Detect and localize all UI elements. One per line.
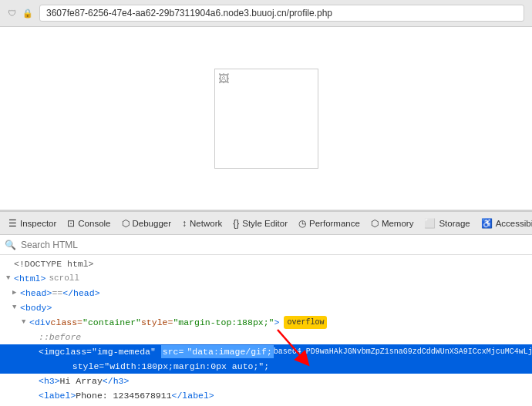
html-line-selected: style="width:180px;margin:0px auto;"; xyxy=(0,359,532,374)
triangle-closed[interactable] xyxy=(12,287,20,300)
style-editor-label: Style Editor xyxy=(242,219,288,228)
html-line: whitespace xyxy=(0,403,532,406)
html-line: <label>Phone: 12345678911</label> xyxy=(0,388,532,403)
debugger-label: Debugger xyxy=(133,219,172,228)
tool-memory[interactable]: ⬡ Memory xyxy=(365,213,419,233)
tool-debugger[interactable]: ⬡ Debugger xyxy=(116,213,177,233)
html-line: <html> scroll xyxy=(0,271,532,286)
page-area: 🖼 xyxy=(0,27,532,210)
network-label: Network xyxy=(190,219,222,228)
search-bar: 🔍 xyxy=(0,235,532,255)
tool-style-editor[interactable]: {} Style Editor xyxy=(227,213,293,233)
html-line: <h3>Hi Array</h3> xyxy=(0,374,532,388)
html-line: ::before xyxy=(0,330,532,344)
memory-icon: ⬡ xyxy=(371,218,379,229)
image-placeholder: 🖼 xyxy=(214,69,318,169)
tool-performance[interactable]: ◷ Performance xyxy=(293,213,365,233)
html-line: <!DOCTYPE html> xyxy=(0,257,532,271)
lock-icon: 🔒 xyxy=(22,8,33,18)
devtools-toolbar: ☰ Inspector ⊡ Console ⬡ Debugger ↕ Netwo… xyxy=(0,212,532,235)
html-line: <head>==</head> xyxy=(0,286,532,300)
memory-label: Memory xyxy=(382,219,414,228)
storage-icon: ⬜ xyxy=(424,218,436,229)
url-text: 3607fe87-6256-47e4-aa62-29b7311904a6.nod… xyxy=(46,8,332,18)
inspector-icon: ☰ xyxy=(8,218,17,229)
console-label: Console xyxy=(78,219,110,228)
triangle-open[interactable] xyxy=(6,272,14,285)
performance-icon: ◷ xyxy=(298,218,306,229)
tool-console[interactable]: ⊡ Console xyxy=(62,213,116,233)
shield-icon: 🛡 xyxy=(8,8,16,18)
html-line: <body> xyxy=(0,300,532,315)
html-content: <!DOCTYPE html> <html> scroll <head>==</… xyxy=(0,255,532,406)
browser-chrome: 🛡 🔒 3607fe87-6256-47e4-aa62-29b7311904a6… xyxy=(0,0,532,27)
overflow-badge: overflow xyxy=(284,316,327,329)
html-line: <div class="container" style="margin-top… xyxy=(0,315,532,330)
tool-storage[interactable]: ⬜ Storage xyxy=(419,213,475,233)
tool-network[interactable]: ↕ Network xyxy=(177,213,227,233)
devtools-panel: ☰ Inspector ⊡ Console ⬡ Debugger ↕ Netwo… xyxy=(0,210,532,406)
triangle-open[interactable] xyxy=(12,301,20,314)
tool-inspector[interactable]: ☰ Inspector xyxy=(3,213,62,233)
accessibility-icon: ♿ xyxy=(481,218,493,229)
tool-accessibility[interactable]: ♿ Accessibility xyxy=(476,213,532,233)
console-icon: ⊡ xyxy=(67,218,75,229)
broken-image-icon: 🖼 xyxy=(218,72,229,85)
inspector-label: Inspector xyxy=(20,219,56,228)
network-icon: ↕ xyxy=(182,218,187,229)
storage-label: Storage xyxy=(439,219,470,228)
accessibility-label: Accessibility xyxy=(496,219,532,228)
triangle-open[interactable] xyxy=(22,316,29,329)
search-icon: 🔍 xyxy=(5,240,16,250)
performance-label: Performance xyxy=(309,219,360,228)
style-editor-icon: {} xyxy=(233,218,239,229)
debugger-icon: ⬡ xyxy=(122,218,130,229)
html-line-selected: <img class="img-memeda" src="data:image/… xyxy=(0,344,532,359)
search-input[interactable] xyxy=(21,240,527,250)
address-bar[interactable]: 3607fe87-6256-47e4-aa62-29b7311904a6.nod… xyxy=(39,5,524,22)
